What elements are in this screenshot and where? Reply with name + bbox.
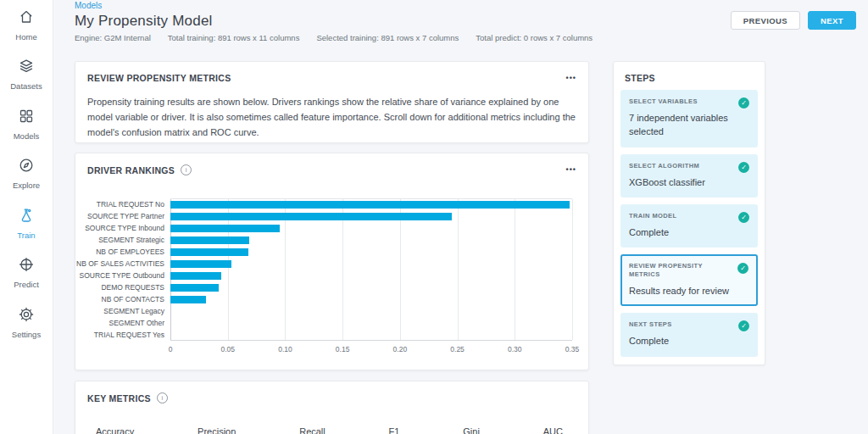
sidebar-item-predict[interactable]: Predict xyxy=(0,248,53,298)
metric-column-accuracy: Accuracy xyxy=(96,426,134,434)
sidebar-item-models[interactable]: Models xyxy=(0,99,53,149)
step-status: XGBoost classifier xyxy=(629,175,749,190)
model-meta-item: Total training: 891 rows x 11 columns xyxy=(168,33,300,42)
predict-icon xyxy=(18,256,35,276)
ellipsis-menu-icon[interactable]: ••• xyxy=(566,166,576,174)
ellipsis-menu-icon[interactable]: ••• xyxy=(566,75,576,82)
step-card-train-model[interactable]: TRAIN MODELComplete✓ xyxy=(620,204,758,248)
previous-button[interactable]: PREVIOUS xyxy=(731,11,800,30)
step-label: SELECT ALGORITHM xyxy=(629,162,749,170)
chart-bar xyxy=(170,272,221,280)
sidebar-item-datasets[interactable]: Datasets xyxy=(0,50,53,100)
chart-category-label: DEMO REQUESTS xyxy=(75,283,170,292)
chart-category-label: SOURCE TYPE Inbound xyxy=(75,224,170,232)
step-label: SELECT VARIABLES xyxy=(629,97,749,106)
chart-category-label: SEGMENT Legacy xyxy=(75,307,170,315)
info-icon[interactable]: i xyxy=(181,164,192,175)
model-meta-row: Engine: G2M InternalTotal training: 891 … xyxy=(75,33,593,42)
chart-category-label: TRIAL REQUEST Yes xyxy=(75,331,170,339)
breadcrumb[interactable]: Models xyxy=(75,1,593,10)
metric-column-gini: Gini xyxy=(463,426,480,434)
x-tick-label: 0.20 xyxy=(393,345,408,353)
sidebar-item-home[interactable]: Home xyxy=(0,0,53,50)
sidebar-item-label: Home xyxy=(15,32,36,42)
step-status: 7 independent variables selected xyxy=(629,111,749,139)
chart-row: DEMO REQUESTS xyxy=(75,281,588,293)
sidebar-item-explore[interactable]: Explore xyxy=(0,149,53,199)
metric-column-recall: Recall xyxy=(299,426,326,434)
sidebar-item-train[interactable]: Train xyxy=(0,198,53,248)
chart-bar xyxy=(170,236,249,244)
metric-column-auc: AUC xyxy=(543,426,563,434)
chart-bar xyxy=(170,284,219,292)
chart-bar xyxy=(170,248,248,256)
info-icon[interactable]: i xyxy=(157,392,168,403)
chart-row: NB OF SALES ACTIVITIES xyxy=(75,258,588,270)
step-label: REVIEW PROPENSITY METRICS xyxy=(629,262,749,279)
train-icon xyxy=(18,207,35,227)
sidebar: HomeDatasetsModelsExploreTrainPredictSet… xyxy=(0,0,53,434)
chart-row: SOURCE TYPE Outbound xyxy=(75,270,588,281)
driver-rankings-card: DRIVER RANKINGS i ••• TRIAL REQUEST NoSO… xyxy=(75,153,589,370)
bar-chart: TRIAL REQUEST NoSOURCE TYPE PartnerSOURC… xyxy=(75,198,588,341)
chart-bar-track xyxy=(170,222,572,234)
x-tick-label: 0.25 xyxy=(450,345,465,353)
model-meta-item: Engine: G2M Internal xyxy=(75,33,151,42)
steps-panel: STEPS SELECT VARIABLES7 independent vari… xyxy=(613,61,765,365)
model-meta-item: Selected training: 891 rows x 7 columns xyxy=(316,33,459,42)
next-button[interactable]: NEXT xyxy=(808,11,856,30)
step-label: TRAIN MODEL xyxy=(629,212,749,220)
card-title: DRIVER RANKINGS xyxy=(87,165,175,175)
chart-bar-track xyxy=(170,258,572,270)
chart-row: NB OF EMPLOYEES xyxy=(75,246,588,258)
chart-category-label: SEGMENT Strategic xyxy=(75,236,170,244)
chart-bar-track xyxy=(170,210,572,222)
step-card-next-steps[interactable]: NEXT STEPSComplete✓ xyxy=(620,313,758,356)
chart-bar-track xyxy=(170,234,572,246)
step-card-review-propensity-metrics[interactable]: REVIEW PROPENSITY METRICSResults ready f… xyxy=(620,254,758,306)
steps-title: STEPS xyxy=(625,73,758,83)
metric-column-f1: F1 xyxy=(389,426,400,434)
chart-row: SEGMENT Other xyxy=(75,317,588,329)
chart-row: SOURCE TYPE Inbound xyxy=(75,222,588,234)
sidebar-item-label: Settings xyxy=(12,330,41,339)
datasets-icon xyxy=(18,58,35,78)
chart-row: SEGMENT Strategic xyxy=(75,234,588,246)
chart-bar-track xyxy=(170,281,572,293)
sidebar-item-label: Explore xyxy=(13,181,40,190)
settings-icon xyxy=(18,306,35,326)
check-icon: ✓ xyxy=(738,162,749,173)
sidebar-item-label: Predict xyxy=(14,280,39,289)
card-title: KEY METRICS xyxy=(87,393,151,403)
metric-column-precision: Precision xyxy=(198,426,236,434)
sidebar-item-label: Datasets xyxy=(10,81,42,91)
x-tick-label: 0.05 xyxy=(220,345,235,353)
gridline xyxy=(572,199,573,340)
chart-bar-track xyxy=(170,329,572,341)
header-actions: PREVIOUS NEXT xyxy=(731,11,856,30)
chart-bar xyxy=(170,201,570,209)
chart-category-label: NB OF SALES ACTIVITIES xyxy=(75,259,170,268)
step-status: Complete xyxy=(629,225,749,240)
chart-bar xyxy=(170,213,452,220)
home-icon xyxy=(18,8,35,29)
chart-category-label: TRIAL REQUEST No xyxy=(75,200,170,209)
chart-row: NB OF CONTACTS xyxy=(75,293,588,305)
chart-category-label: SEGMENT Other xyxy=(75,319,170,327)
metrics-header-row: AccuracyPrecisionRecallF1GiniAUC xyxy=(75,426,588,434)
review-propensity-metrics-card: REVIEW PROPENSITY METRICS ••• Propensity… xyxy=(75,61,589,143)
step-status: Complete xyxy=(629,334,749,348)
chart-category-label: SOURCE TYPE Outbound xyxy=(75,271,170,280)
chart-bar xyxy=(170,296,206,303)
check-icon: ✓ xyxy=(738,97,749,108)
chart-bar-track xyxy=(170,246,572,258)
chart-category-label: SOURCE TYPE Partner xyxy=(75,212,170,220)
chart-row: TRIAL REQUEST Yes xyxy=(75,329,588,341)
sidebar-item-settings[interactable]: Settings xyxy=(0,298,53,348)
step-card-select-algorithm[interactable]: SELECT ALGORITHMXGBoost classifier✓ xyxy=(620,154,758,198)
x-tick-label: 0 xyxy=(169,345,173,353)
step-card-select-variables[interactable]: SELECT VARIABLES7 independent variables … xyxy=(620,90,758,147)
models-icon xyxy=(18,108,35,128)
chart-x-axis: 00.050.100.150.200.250.300.35 xyxy=(170,341,572,356)
check-icon: ✓ xyxy=(738,320,749,331)
